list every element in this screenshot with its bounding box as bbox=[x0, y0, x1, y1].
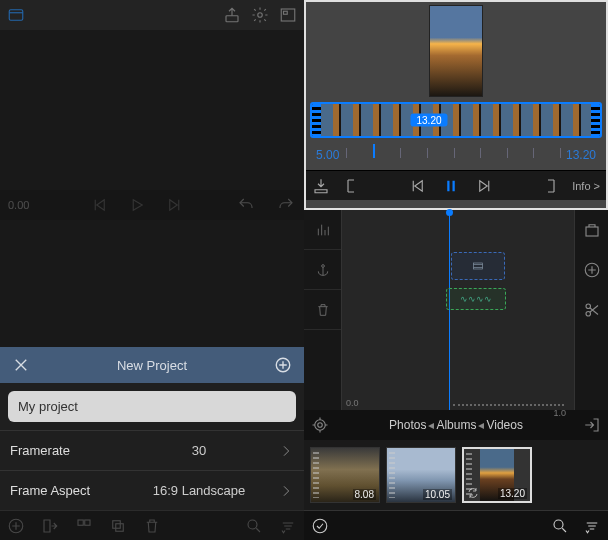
close-icon[interactable] bbox=[10, 354, 32, 376]
media-thumb[interactable]: 13.20 bbox=[462, 447, 532, 503]
redo-icon[interactable] bbox=[276, 195, 296, 215]
svg-point-22 bbox=[313, 519, 327, 533]
check-circle-icon[interactable] bbox=[310, 516, 330, 536]
aspect-label: Frame Aspect bbox=[10, 483, 120, 498]
search-icon[interactable] bbox=[244, 516, 264, 536]
svg-point-20 bbox=[318, 423, 323, 428]
aspect-row[interactable]: Frame Aspect 16:9 Landscape bbox=[0, 470, 304, 510]
anchor-icon[interactable] bbox=[304, 250, 341, 290]
playhead[interactable] bbox=[449, 210, 450, 410]
search-icon[interactable] bbox=[550, 516, 570, 536]
media-thumb[interactable]: 10.05 bbox=[386, 447, 456, 503]
svg-point-23 bbox=[554, 520, 563, 529]
svg-point-14 bbox=[321, 264, 324, 267]
svg-rect-12 bbox=[447, 180, 449, 191]
crumb-videos[interactable]: Videos bbox=[486, 418, 522, 432]
gear-icon[interactable] bbox=[250, 5, 270, 25]
toolbox-icon[interactable] bbox=[575, 210, 608, 250]
svg-rect-4 bbox=[284, 11, 288, 14]
right-bottom-toolbar bbox=[304, 510, 608, 540]
media-thumbnails: 8.08 10.05 13.20 bbox=[304, 440, 608, 510]
svg-point-21 bbox=[315, 420, 326, 431]
aspect-value: 16:9 Landscape bbox=[120, 483, 278, 498]
import-icon[interactable] bbox=[40, 516, 60, 536]
zoom-scale bbox=[453, 404, 564, 406]
media-thumb[interactable]: 8.08 bbox=[310, 447, 380, 503]
chevron-right-icon bbox=[278, 483, 294, 499]
mark-out-icon[interactable] bbox=[542, 177, 560, 195]
left-preview-area bbox=[0, 30, 304, 190]
scale-start: 5.00 bbox=[316, 148, 339, 162]
library-icon[interactable] bbox=[310, 415, 330, 435]
new-project-header: New Project bbox=[0, 347, 304, 383]
breadcrumb[interactable]: Photos◂Albums◂Videos bbox=[340, 418, 572, 432]
left-timecode: 0.00 bbox=[8, 199, 38, 211]
next-frame-icon[interactable] bbox=[165, 195, 185, 215]
chevron-right-icon bbox=[278, 443, 294, 459]
framerate-value: 30 bbox=[120, 443, 278, 458]
svg-rect-10 bbox=[116, 523, 124, 531]
info-button[interactable]: Info > bbox=[572, 180, 600, 192]
filmstrip[interactable]: 13.20 bbox=[310, 102, 602, 138]
add-circle-icon[interactable] bbox=[6, 516, 26, 536]
right-preview-area bbox=[306, 2, 606, 100]
framerate-label: Framerate bbox=[10, 443, 120, 458]
new-project-panel: New Project Framerate 30 Frame Aspect 16… bbox=[0, 347, 304, 510]
copy-icon[interactable] bbox=[108, 516, 128, 536]
svg-point-11 bbox=[248, 520, 257, 529]
video-clip-placeholder[interactable] bbox=[451, 252, 505, 280]
crumb-albums[interactable]: Albums bbox=[436, 418, 476, 432]
svg-rect-9 bbox=[113, 520, 121, 528]
sync-icon bbox=[467, 487, 479, 499]
svg-rect-1 bbox=[226, 16, 238, 22]
timeline-tracks: ∿∿∿∿ 0.0 bbox=[304, 210, 608, 410]
select-icon[interactable] bbox=[74, 516, 94, 536]
download-icon[interactable] bbox=[312, 177, 330, 195]
svg-point-2 bbox=[258, 13, 263, 18]
left-toolbar bbox=[0, 0, 304, 30]
project-name-field-wrap bbox=[8, 391, 296, 422]
plus-circle-icon[interactable] bbox=[575, 250, 608, 290]
left-bottom-toolbar bbox=[0, 510, 304, 540]
svg-rect-13 bbox=[453, 180, 455, 191]
sort-icon[interactable] bbox=[278, 516, 298, 536]
next-frame-icon[interactable] bbox=[476, 177, 494, 195]
project-name-input[interactable] bbox=[18, 399, 286, 414]
prev-frame-icon[interactable] bbox=[408, 177, 426, 195]
crumb-photos[interactable]: Photos bbox=[389, 418, 426, 432]
scissors-icon[interactable] bbox=[575, 290, 608, 330]
gallery-icon[interactable] bbox=[278, 5, 298, 25]
zoom-start: 0.0 bbox=[346, 398, 359, 408]
audio-clip-placeholder[interactable]: ∿∿∿∿ bbox=[446, 288, 506, 310]
svg-rect-8 bbox=[85, 520, 90, 525]
trash-icon[interactable] bbox=[142, 516, 162, 536]
projects-icon[interactable] bbox=[6, 5, 26, 25]
svg-rect-16 bbox=[586, 227, 598, 236]
left-transport-bar: 0.00 bbox=[0, 190, 304, 220]
filmstrip-playhead-label: 13.20 bbox=[410, 114, 447, 127]
thumb-duration: 10.05 bbox=[423, 489, 452, 500]
new-project-title: New Project bbox=[32, 358, 272, 373]
svg-rect-7 bbox=[78, 520, 83, 525]
svg-rect-0 bbox=[9, 10, 23, 21]
thumb-duration: 8.08 bbox=[353, 489, 376, 500]
sort-icon[interactable] bbox=[582, 516, 602, 536]
pause-icon[interactable] bbox=[442, 177, 460, 195]
preview-thumb bbox=[430, 6, 482, 96]
add-icon[interactable] bbox=[272, 354, 294, 376]
timeline-body[interactable]: ∿∿∿∿ 0.0 bbox=[342, 210, 574, 410]
play-icon[interactable] bbox=[127, 195, 147, 215]
right-preview-frame: 13.20 5.00 13.20 Info > bbox=[304, 0, 608, 210]
right-transport-bar: Info > bbox=[306, 170, 606, 200]
insert-icon[interactable] bbox=[582, 415, 602, 435]
mark-in-icon[interactable] bbox=[342, 177, 360, 195]
trash-icon[interactable] bbox=[304, 290, 341, 330]
undo-icon[interactable] bbox=[236, 195, 256, 215]
preview-timescale[interactable]: 5.00 13.20 bbox=[306, 140, 606, 170]
framerate-row[interactable]: Framerate 30 bbox=[0, 430, 304, 470]
scale-end: 13.20 bbox=[566, 148, 596, 162]
svg-rect-15 bbox=[474, 263, 483, 269]
export-icon[interactable] bbox=[222, 5, 242, 25]
prev-frame-icon[interactable] bbox=[89, 195, 109, 215]
levels-icon[interactable] bbox=[304, 210, 341, 250]
